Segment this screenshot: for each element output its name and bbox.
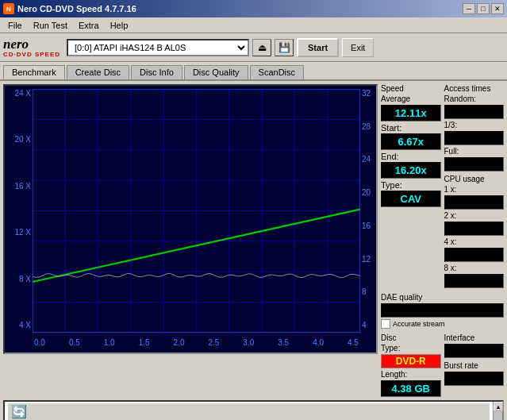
onethird-label: 1/3: — [444, 121, 505, 129]
burst-rate-section: Interface Burst rate — [444, 333, 505, 397]
exit-button[interactable]: Exit — [342, 38, 374, 57]
cpu-1x-value — [444, 195, 505, 210]
disc-type-section: Disc Type: DVD-R Length: 4.38 GB — [381, 333, 441, 397]
chart-area: 24 X 20 X 16 X 12 X 8 X 4 X 32 28 24 20 … — [3, 84, 378, 354]
scroll-track — [494, 411, 502, 420]
log-wrapper: 🔄 [17:37:09] Starting transfer rate test… — [3, 400, 504, 420]
app-title: Nero CD-DVD Speed 4.7.7.16 — [17, 4, 136, 13]
dae-title: DAE quality — [381, 293, 504, 302]
dae-value — [381, 303, 504, 318]
save-icon[interactable]: 💾 — [275, 39, 294, 56]
menu-runtest[interactable]: Run Test — [29, 20, 72, 31]
accurate-stream-row: Accurate stream — [381, 319, 504, 329]
y-left-24: 24 X — [14, 89, 31, 98]
cpu-2x-value — [444, 222, 505, 236]
end-value: 16.20x — [381, 162, 441, 179]
cpu-4x-label: 4 x: — [444, 237, 505, 246]
log-scrollbar[interactable]: ▲ ▼ — [493, 402, 502, 420]
speed-title: Speed — [381, 84, 441, 93]
scroll-up-button[interactable]: ▲ — [494, 402, 503, 411]
window-controls[interactable]: ─ □ ✕ — [463, 3, 504, 14]
full-value — [444, 157, 505, 171]
main-content: 24 X 20 X 16 X 12 X 8 X 4 X 32 28 24 20 … — [0, 81, 507, 400]
dae-quality-section: DAE quality Accurate stream — [381, 293, 504, 329]
start-value: 6.67x — [381, 133, 441, 150]
app-icon: N — [3, 3, 14, 14]
cpu-2x-label: 2 x: — [444, 211, 505, 220]
random-label: Random: — [444, 94, 505, 103]
cpu-4x-value — [444, 248, 505, 262]
accurate-stream-checkbox[interactable] — [381, 319, 390, 329]
tab-bar: Benchmark Create Disc Disc Info Disc Qua… — [0, 62, 507, 81]
accurate-stream-label: Accurate stream — [393, 320, 445, 328]
log-icon: 🔄 — [11, 404, 27, 419]
y-right-8: 8 — [362, 287, 367, 296]
average-label: Average — [381, 94, 441, 103]
interface-label: Interface — [444, 333, 505, 342]
disc-type-label: Type: — [381, 344, 441, 353]
cpu-1x-label: 1 x: — [444, 185, 505, 194]
start-button[interactable]: Start — [297, 38, 339, 57]
disc-type-value: DVD-R — [381, 354, 441, 368]
end-label: End: — [381, 152, 399, 161]
nero-logo: nero CD·DVD SPEED — [3, 37, 60, 58]
y-right-12: 12 — [362, 255, 371, 264]
type-value: CAV — [381, 191, 441, 207]
title-bar: N Nero CD-DVD Speed 4.7.7.16 ─ □ ✕ — [0, 0, 507, 17]
random-value — [444, 105, 505, 119]
full-label: Full: — [444, 147, 505, 156]
minimize-button[interactable]: ─ — [463, 3, 475, 14]
disc-type-title: Disc — [381, 333, 441, 342]
y-right-28: 28 — [362, 122, 371, 131]
eject-icon[interactable]: ⏏ — [252, 39, 271, 56]
cpu-8x-label: 8 x: — [444, 264, 505, 272]
burst-rate-title: Burst rate — [444, 361, 505, 370]
tab-disc-info[interactable]: Disc Info — [131, 65, 182, 79]
chart-svg — [33, 89, 360, 333]
interface-value — [444, 344, 505, 358]
cpu-usage-title: CPU usage — [444, 175, 505, 183]
tab-create-disc[interactable]: Create Disc — [67, 65, 129, 79]
disc-burst-row: Disc Type: DVD-R Length: 4.38 GB Interfa… — [381, 333, 504, 397]
y-axis-left: 24 X 20 X 16 X 12 X 8 X 4 X — [5, 86, 33, 333]
x-axis: 0.0 0.5 1.0 1.5 2.0 2.5 3.0 3.5 4.0 4.5 — [33, 333, 360, 353]
y-left-20: 20 X — [14, 135, 31, 144]
menu-extra[interactable]: Extra — [74, 20, 104, 31]
y-left-12: 12 X — [14, 228, 31, 237]
average-value: 12.11x — [381, 105, 441, 121]
y-right-24: 24 — [362, 155, 371, 164]
length-label: Length: — [381, 370, 441, 379]
menu-file[interactable]: File — [3, 20, 27, 31]
device-selector[interactable]: [0:0] ATAPI iHAS124 B AL0S — [67, 39, 249, 56]
access-times-section: Access times Random: 1/3: Full: CPU usag… — [444, 84, 505, 288]
y-right-20: 20 — [362, 188, 371, 197]
log-header: 🔄 — [8, 403, 490, 420]
y-left-16: 16 X — [14, 182, 31, 191]
onethird-value — [444, 131, 505, 145]
menu-help[interactable]: Help — [106, 20, 133, 31]
start-label: Start: — [381, 123, 401, 133]
maximize-button[interactable]: □ — [477, 3, 490, 14]
speed-section: Speed Average 12.11x Start: 6.67x End: 1… — [381, 84, 441, 288]
toolbar: nero CD·DVD SPEED [0:0] ATAPI iHAS124 B … — [0, 33, 507, 62]
length-value: 4.38 GB — [381, 380, 441, 397]
close-button[interactable]: ✕ — [491, 3, 504, 14]
access-times-title: Access times — [444, 84, 505, 93]
y-right-16: 16 — [362, 222, 371, 230]
cpu-8x-value — [444, 274, 505, 288]
type-label: Type: — [381, 180, 402, 190]
right-panel: Speed Average 12.11x Start: 6.67x End: 1… — [381, 84, 504, 397]
tab-disc-quality[interactable]: Disc Quality — [184, 65, 248, 79]
y-left-4: 4 X — [19, 321, 31, 329]
tab-scan-disc[interactable]: ScanDisc — [250, 65, 304, 79]
burst-rate-value — [444, 372, 505, 386]
tab-benchmark[interactable]: Benchmark — [3, 65, 65, 79]
y-axis-right: 32 28 24 20 16 12 8 4 — [360, 86, 376, 333]
speed-access-row: Speed Average 12.11x Start: 6.67x End: 1… — [381, 84, 504, 288]
menu-bar: File Run Test Extra Help — [0, 17, 507, 33]
y-right-4: 4 — [362, 321, 367, 329]
y-left-8: 8 X — [19, 275, 31, 283]
y-right-32: 32 — [362, 89, 371, 98]
log-area: 🔄 [17:37:09] Starting transfer rate test… — [5, 402, 493, 420]
